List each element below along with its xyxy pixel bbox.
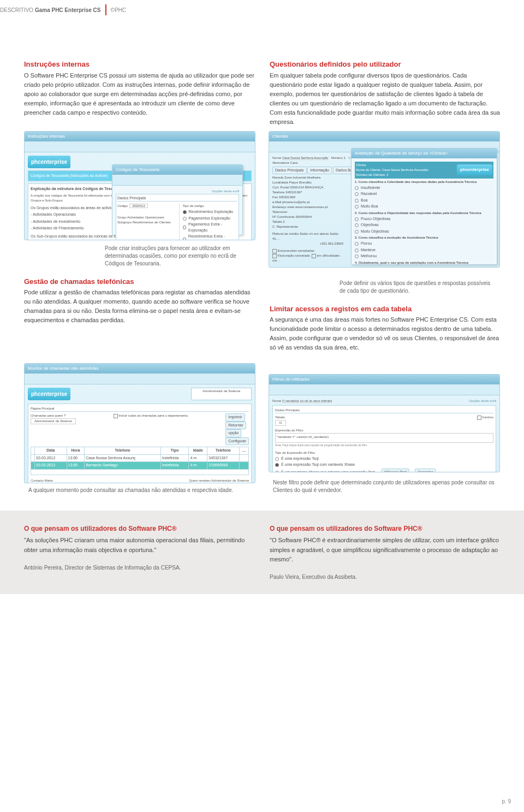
option-button[interactable]: opção <box>225 429 241 437</box>
testimonial1-heading: O que pensam os utilizadores do Software… <box>24 524 254 534</box>
caption-chamadas: A qualquer momento pode consultar as cha… <box>24 487 255 494</box>
section-chamadas-body: Pode utilizar a gestão de chamadas telef… <box>24 288 254 325</box>
testimonial2-author: Paulo Vieira, Executivo da Assibeta. <box>270 573 500 581</box>
section-questionarios-body: Em qualquer tabela pode configurar diver… <box>270 71 500 127</box>
section-instrucoes-heading: Instruções internas <box>24 59 254 70</box>
section-limitar-body: A segurança é uma das áreas mais fortes … <box>270 315 500 352</box>
cancel-button[interactable]: Cancelar <box>415 469 436 473</box>
config-button[interactable]: Configurar <box>225 437 249 446</box>
section-instrucoes-body: O Software PHC Enterprise CS possui um s… <box>24 71 254 117</box>
section-limitar-heading: Limitar acessos a registos em cada tabel… <box>270 304 500 315</box>
header-descriptive: DESCRITIVO Gama PHC Enterprise CS <box>0 6 101 14</box>
testimonial1-quote: "As soluções PHC criaram uma maior auton… <box>24 536 254 554</box>
page-number: p. 9 <box>502 797 511 805</box>
screenshot-filtros: Filtros de Utilizador Nome O vendedor só… <box>269 374 500 472</box>
window-toolbar <box>25 141 255 152</box>
testimonials-block: O que pensam os utilizadores do Software… <box>0 511 524 594</box>
table-row: 03.03.201213:00Casa Nossa Senhora Assunç… <box>31 454 249 462</box>
screenshot-instrucoes-internas: Instruções Internas phcenterprise Código… <box>24 131 255 240</box>
testimonial2-heading: O que pensam os utilizadores do Software… <box>270 524 500 534</box>
page-header: DESCRITIVO Gama PHC Enterprise CS ©PHC <box>0 0 524 26</box>
xbase-button[interactable]: XBase=>Tsql <box>382 469 409 473</box>
calls-table[interactable]: DataHoraTelefoneTipoIdadeTelefone… 03.03… <box>31 447 249 475</box>
section-questionarios-heading: Questionários definidos pelo utilizador <box>270 59 500 70</box>
subwindow-survey: Avaliação da Qualidade de serviço da <Cl… <box>351 148 497 265</box>
caption-questionarios: Pode definir os vários tipos de questões… <box>335 280 500 295</box>
subwindow-codigos-tesouraria: Códigos de Tesouraria Opções deste ecrã … <box>112 164 243 235</box>
testimonial1-author: António Pereira, Director de Sistemas de… <box>24 564 254 572</box>
tab-informacao[interactable]: Informação <box>307 167 332 175</box>
table-row: 03.03.201213:05Bernardo SantiagoIndefini… <box>31 462 249 470</box>
screenshot-chamadas: Monitor de chamadas não atendidas phcent… <box>24 363 255 483</box>
return-button[interactable]: Retornar <box>225 422 246 430</box>
brand-logo: phcenterprise <box>28 156 70 168</box>
section-chamadas-heading: Gestão de chamadas telefónicas <box>24 276 254 287</box>
testimonial2-quote: "O Software PHC® é extraordinariamente s… <box>270 536 500 564</box>
caption-instrucoes: Pode criar instruções para fornecer ao u… <box>100 245 255 268</box>
window-title: Instruções Internas <box>25 132 255 141</box>
caption-filtros: Neste filtro pode definir que determinad… <box>269 479 500 494</box>
print-button[interactable]: Imprimir <box>225 413 245 422</box>
tab-dados-principais[interactable]: Dados Principais <box>272 167 307 175</box>
header-copyright: ©PHC <box>111 6 126 14</box>
screenshot-questionarios: Clientes Nome Casa Nossa Senhora Assunçã… <box>269 131 500 268</box>
header-rule <box>105 4 106 15</box>
